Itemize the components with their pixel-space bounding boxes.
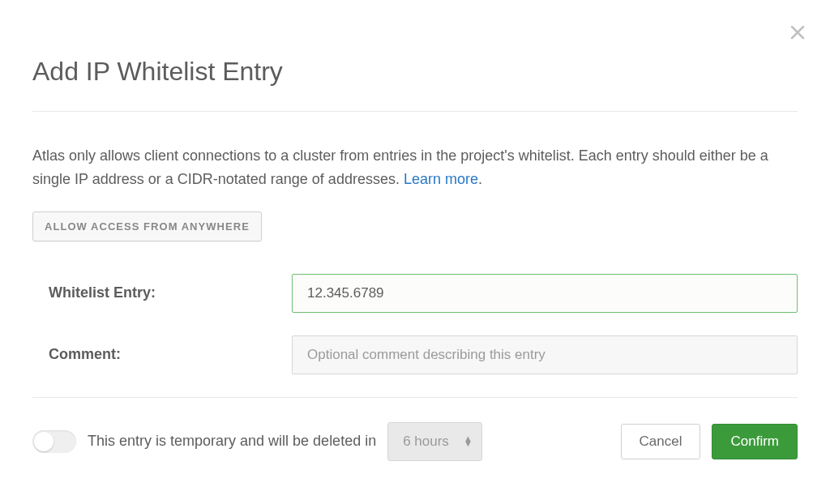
toggle-knob xyxy=(34,432,53,451)
comment-input[interactable] xyxy=(292,335,798,374)
comment-row: Comment: xyxy=(32,335,798,374)
divider xyxy=(32,111,798,112)
cancel-button[interactable]: Cancel xyxy=(621,424,701,459)
duration-select-value: 6 hours xyxy=(403,434,449,450)
whitelist-entry-row: Whitelist Entry: xyxy=(32,274,798,313)
description-period: . xyxy=(478,171,482,187)
learn-more-link[interactable]: Learn more xyxy=(404,171,478,187)
duration-select[interactable]: 6 hours ▲ ▼ xyxy=(387,422,482,461)
modal-description: Atlas only allows client connections to … xyxy=(32,144,798,191)
add-ip-whitelist-modal: Add IP Whitelist Entry Atlas only allows… xyxy=(0,0,830,493)
modal-footer: This entry is temporary and will be dele… xyxy=(32,422,798,461)
allow-access-anywhere-button[interactable]: ALLOW ACCESS FROM ANYWHERE xyxy=(32,211,262,241)
close-icon[interactable] xyxy=(789,24,806,41)
divider xyxy=(32,397,798,398)
confirm-button[interactable]: Confirm xyxy=(712,424,798,459)
modal-title: Add IP Whitelist Entry xyxy=(32,24,798,87)
whitelist-entry-input[interactable] xyxy=(292,274,798,313)
description-text: Atlas only allows client connections to … xyxy=(32,147,768,187)
temporary-toggle[interactable] xyxy=(32,430,76,453)
whitelist-entry-label: Whitelist Entry: xyxy=(32,284,292,301)
temporary-toggle-label: This entry is temporary and will be dele… xyxy=(88,433,376,450)
comment-label: Comment: xyxy=(32,346,292,363)
chevron-up-down-icon: ▲ ▼ xyxy=(464,436,473,446)
